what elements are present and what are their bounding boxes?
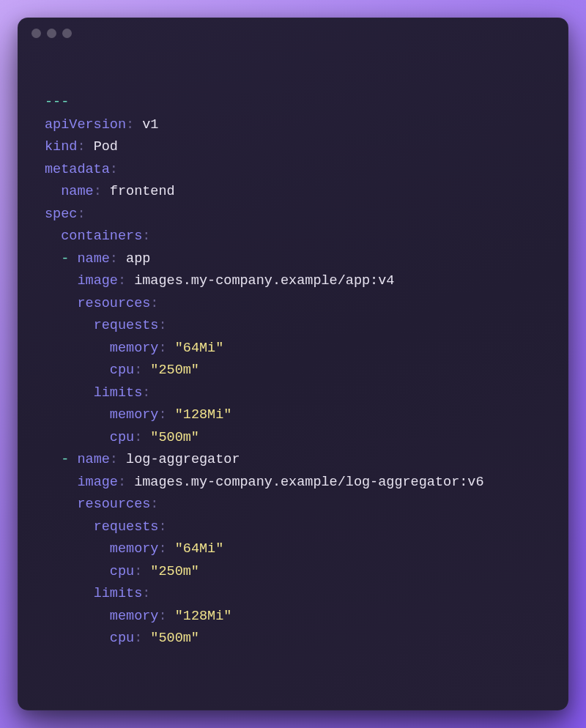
yaml-colon: : xyxy=(142,229,150,244)
yaml-string: "64Mi" xyxy=(175,341,224,356)
code-line: memory: "64Mi" xyxy=(45,538,541,561)
yaml-key: memory xyxy=(110,341,159,356)
yaml-string: "500m" xyxy=(150,631,199,646)
traffic-light-close-icon[interactable] xyxy=(31,29,41,38)
yaml-value: log-aggregator xyxy=(126,452,240,467)
code-line: cpu: "500m" xyxy=(45,628,541,650)
yaml-key: requests xyxy=(94,519,159,535)
yaml-colon: : xyxy=(158,519,166,535)
code-line: metadata: xyxy=(45,159,541,182)
yaml-colon: : xyxy=(134,631,142,646)
yaml-key: cpu xyxy=(110,564,134,579)
code-line: containers: xyxy=(45,226,541,248)
yaml-colon: : xyxy=(94,184,102,199)
yaml-colon: : xyxy=(134,564,142,579)
yaml-key: memory xyxy=(110,609,159,624)
yaml-key: name xyxy=(77,452,109,467)
code-line: cpu: "250m" xyxy=(45,561,541,584)
yaml-string: "64Mi" xyxy=(175,541,224,557)
yaml-colon: : xyxy=(118,475,126,490)
code-line: requests: xyxy=(45,516,541,539)
code-line: name: frontend xyxy=(45,181,541,204)
yaml-colon: : xyxy=(134,363,142,378)
yaml-key: containers xyxy=(61,229,142,244)
yaml-colon: : xyxy=(77,139,85,155)
window-titlebar xyxy=(18,18,568,48)
code-line: limits: xyxy=(45,583,541,606)
code-line: - name: app xyxy=(45,248,541,271)
code-line: memory: "64Mi" xyxy=(45,338,541,360)
yaml-string: "250m" xyxy=(150,564,199,579)
code-line: cpu: "250m" xyxy=(45,360,541,382)
yaml-string: "500m" xyxy=(150,430,199,445)
code-line: limits: xyxy=(45,382,541,405)
yaml-dash: - xyxy=(61,452,69,467)
yaml-colon: : xyxy=(134,430,142,445)
code-window: ---apiVersion: v1kind: Podmetadata: name… xyxy=(18,18,568,710)
yaml-colon: : xyxy=(158,318,166,333)
yaml-key: name xyxy=(77,251,109,267)
yaml-colon: : xyxy=(158,407,166,423)
yaml-doc-separator: --- xyxy=(45,94,69,110)
yaml-key: memory xyxy=(110,407,159,423)
code-line: - name: log-aggregator xyxy=(45,449,541,472)
yaml-colon: : xyxy=(158,341,166,356)
yaml-string: "128Mi" xyxy=(175,407,232,423)
yaml-key: name xyxy=(61,184,93,199)
yaml-colon: : xyxy=(110,162,118,177)
yaml-key: cpu xyxy=(110,363,134,378)
yaml-colon: : xyxy=(118,273,126,289)
yaml-key: memory xyxy=(110,541,159,557)
code-line: resources: xyxy=(45,494,541,516)
yaml-colon: : xyxy=(142,586,150,601)
yaml-colon: : xyxy=(158,541,166,557)
yaml-key: resources xyxy=(77,296,150,311)
code-editor[interactable]: ---apiVersion: v1kind: Podmetadata: name… xyxy=(18,48,568,710)
yaml-key: cpu xyxy=(110,430,134,445)
yaml-colon: : xyxy=(126,117,134,133)
yaml-colon: : xyxy=(158,609,166,624)
code-line: apiVersion: v1 xyxy=(45,114,541,137)
yaml-colon: : xyxy=(77,207,85,222)
code-line: --- xyxy=(45,92,541,114)
code-line: spec: xyxy=(45,204,541,226)
yaml-colon: : xyxy=(150,497,158,512)
code-line: kind: Pod xyxy=(45,136,541,159)
yaml-value: app xyxy=(126,251,150,267)
yaml-key: cpu xyxy=(110,631,134,646)
yaml-string: "250m" xyxy=(150,363,199,378)
code-line: memory: "128Mi" xyxy=(45,606,541,628)
code-line: resources: xyxy=(45,293,541,316)
yaml-key: spec xyxy=(45,207,77,222)
yaml-value: images.my-company.example/log-aggregator… xyxy=(134,475,483,490)
yaml-key: metadata xyxy=(45,162,110,177)
yaml-value: frontend xyxy=(110,184,175,199)
code-line: image: images.my-company.example/log-agg… xyxy=(45,472,541,494)
yaml-key: image xyxy=(77,475,118,490)
yaml-key: image xyxy=(77,273,118,289)
code-line: memory: "128Mi" xyxy=(45,404,541,427)
code-line: requests: xyxy=(45,315,541,338)
code-line: cpu: "500m" xyxy=(45,427,541,450)
yaml-value: images.my-company.example/app:v4 xyxy=(134,273,394,289)
yaml-string: "128Mi" xyxy=(175,609,232,624)
yaml-colon: : xyxy=(110,251,118,267)
yaml-colon: : xyxy=(142,385,150,401)
yaml-key: limits xyxy=(94,385,143,401)
yaml-value: v1 xyxy=(142,117,158,133)
yaml-value: Pod xyxy=(94,139,118,155)
yaml-key: apiVersion xyxy=(45,117,126,133)
traffic-light-zoom-icon[interactable] xyxy=(62,29,72,38)
yaml-colon: : xyxy=(110,452,118,467)
yaml-dash: - xyxy=(61,251,69,267)
yaml-key: kind xyxy=(45,139,77,155)
traffic-light-minimize-icon[interactable] xyxy=(47,29,56,38)
yaml-colon: : xyxy=(150,296,158,311)
yaml-key: requests xyxy=(94,318,159,333)
yaml-key: limits xyxy=(94,586,143,601)
yaml-key: resources xyxy=(77,497,150,512)
code-line: image: images.my-company.example/app:v4 xyxy=(45,270,541,293)
